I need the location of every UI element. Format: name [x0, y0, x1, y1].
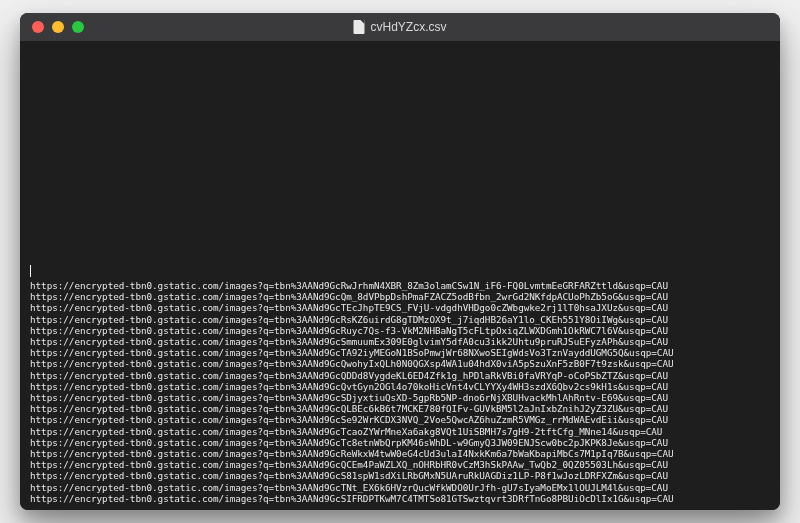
editor-window: cvHdYZcx.csv https://encrypted-tbn0.gsta… — [20, 13, 780, 510]
text-line: https://encrypted-tbn0.gstatic.com/image… — [30, 414, 770, 425]
maximize-button[interactable] — [72, 21, 84, 33]
text-block: https://encrypted-tbn0.gstatic.com/image… — [30, 280, 770, 504]
text-line: https://encrypted-tbn0.gstatic.com/image… — [30, 459, 770, 470]
text-line: https://encrypted-tbn0.gstatic.com/image… — [30, 448, 770, 459]
empty-area — [30, 47, 770, 265]
text-line: https://encrypted-tbn0.gstatic.com/image… — [30, 403, 770, 414]
text-line: https://encrypted-tbn0.gstatic.com/image… — [30, 314, 770, 325]
filename-label: cvHdYZcx.csv — [370, 20, 446, 34]
text-line: https://encrypted-tbn0.gstatic.com/image… — [30, 470, 770, 481]
editor-content[interactable]: https://encrypted-tbn0.gstatic.com/image… — [20, 41, 780, 510]
title-area: cvHdYZcx.csv — [353, 20, 446, 34]
titlebar[interactable]: cvHdYZcx.csv — [20, 13, 780, 41]
text-line: https://encrypted-tbn0.gstatic.com/image… — [30, 370, 770, 381]
minimize-button[interactable] — [52, 21, 64, 33]
file-icon — [353, 20, 364, 34]
text-line: https://encrypted-tbn0.gstatic.com/image… — [30, 358, 770, 369]
text-line: https://encrypted-tbn0.gstatic.com/image… — [30, 302, 770, 313]
text-cursor — [30, 265, 31, 277]
traffic-lights — [20, 21, 84, 33]
text-line: https://encrypted-tbn0.gstatic.com/image… — [30, 280, 770, 291]
text-line: https://encrypted-tbn0.gstatic.com/image… — [30, 347, 770, 358]
text-line: https://encrypted-tbn0.gstatic.com/image… — [30, 392, 770, 403]
text-line: https://encrypted-tbn0.gstatic.com/image… — [30, 437, 770, 448]
text-line: https://encrypted-tbn0.gstatic.com/image… — [30, 325, 770, 336]
close-button[interactable] — [32, 21, 44, 33]
text-line: https://encrypted-tbn0.gstatic.com/image… — [30, 381, 770, 392]
text-line: https://encrypted-tbn0.gstatic.com/image… — [30, 336, 770, 347]
text-line: https://encrypted-tbn0.gstatic.com/image… — [30, 482, 770, 493]
text-line: https://encrypted-tbn0.gstatic.com/image… — [30, 493, 770, 504]
cursor-line — [30, 265, 770, 278]
text-line: https://encrypted-tbn0.gstatic.com/image… — [30, 291, 770, 302]
text-line: https://encrypted-tbn0.gstatic.com/image… — [30, 426, 770, 437]
